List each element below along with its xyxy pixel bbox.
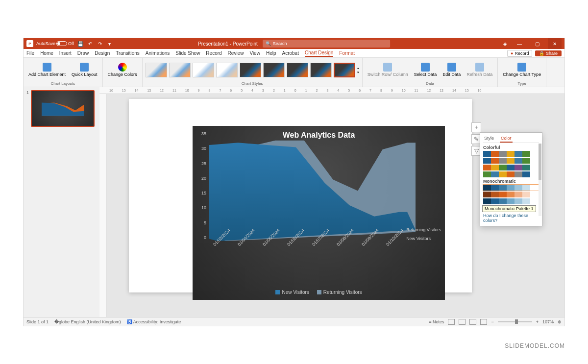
tab-format[interactable]: Format — [339, 50, 355, 56]
chart-style-8[interactable] — [310, 63, 332, 77]
colorful-palette-1[interactable] — [483, 151, 539, 157]
save-icon[interactable]: 💾 — [77, 40, 84, 47]
tab-file[interactable]: File — [26, 50, 34, 56]
style-gallery-more[interactable]: ▴▾ — [357, 66, 359, 74]
quick-layout-button[interactable]: Quick Layout — [70, 62, 99, 78]
toggle-icon — [56, 41, 67, 46]
add-chart-element-button[interactable]: Add Chart Element — [26, 62, 68, 78]
chart-style-5[interactable] — [240, 63, 261, 77]
slide-canvas[interactable]: Web Analytics Data 0 5 10 15 20 25 30 35 — [129, 99, 472, 292]
sorter-view-button[interactable] — [459, 319, 466, 325]
chart-style-1[interactable] — [146, 63, 167, 77]
change-colors-button[interactable]: Change Colors — [106, 62, 139, 78]
qat-dropdown-icon[interactable]: ▾ — [106, 40, 113, 47]
slide-counter[interactable]: Slide 1 of 1 — [26, 319, 49, 324]
group-colors: Change Colors — [103, 58, 143, 87]
zoom-slider[interactable] — [498, 321, 532, 322]
palette-icon — [118, 63, 127, 72]
close-button[interactable]: ✕ — [548, 38, 562, 49]
chart-style-4[interactable] — [216, 63, 238, 77]
chart-elements-button[interactable]: + — [471, 122, 481, 132]
chart-3d-area — [209, 129, 416, 241]
edit-data-button[interactable]: Edit Data — [441, 62, 463, 78]
language-status[interactable]: �globe English (United Kingdom) — [54, 319, 121, 324]
slideshow-view-button[interactable] — [480, 319, 487, 325]
popup-tab-color[interactable]: Color — [500, 135, 513, 143]
maximize-button[interactable]: ▢ — [530, 38, 544, 49]
popup-scrollbar[interactable] — [539, 144, 541, 216]
tab-review[interactable]: Review — [228, 50, 244, 56]
chart-plot-area[interactable]: 0 5 10 15 20 25 30 35 — [207, 153, 416, 275]
autosave-toggle[interactable]: AutoSave Off — [36, 41, 74, 46]
ribbon-tabs: File Home Insert Draw Design Transitions… — [24, 49, 564, 58]
mono-palette-2[interactable] — [483, 192, 539, 197]
chart-style-3[interactable] — [193, 63, 214, 77]
record-button[interactable]: ●Record — [507, 50, 532, 57]
tab-chart-design[interactable]: Chart Design — [305, 50, 333, 57]
group-chart-layouts: Add Chart Element Quick Layout Chart Lay… — [24, 58, 103, 87]
colorful-palette-2[interactable] — [483, 158, 539, 164]
mono-palette-3[interactable] — [483, 198, 539, 204]
account-icon[interactable]: ◈ — [502, 40, 509, 47]
chart-style-7[interactable] — [287, 63, 308, 77]
tab-slideshow[interactable]: Slide Show — [175, 50, 200, 56]
redo-icon[interactable]: ↷ — [97, 40, 103, 47]
slide-thumbnail-1[interactable]: 1 — [26, 90, 97, 127]
zoom-in-button[interactable]: + — [536, 319, 539, 324]
tab-record[interactable]: Record — [206, 50, 221, 56]
zoom-out-button[interactable]: − — [491, 319, 493, 324]
tab-help[interactable]: Help — [266, 50, 276, 56]
switch-row-col-button: Switch Row/ Column — [366, 62, 410, 78]
statusbar: Slide 1 of 1 �globe English (United King… — [24, 317, 564, 326]
chart-color-popup: Style Color Colorful Monochromatic Monoc… — [480, 132, 542, 226]
tab-acrobat[interactable]: Acrobat — [282, 50, 298, 56]
chart-style-6[interactable] — [263, 63, 285, 77]
notes-button[interactable]: ≡ Notes — [429, 319, 444, 324]
ruler-vertical — [99, 94, 106, 317]
legend-returning-visitors[interactable]: Returning Visitors — [317, 290, 362, 295]
chart-type-icon — [517, 63, 526, 72]
tab-home[interactable]: Home — [40, 50, 53, 56]
legend-new-visitors[interactable]: New Visitors — [275, 290, 309, 295]
switch-icon — [383, 63, 392, 72]
colorful-palette-3[interactable] — [483, 165, 539, 170]
colorful-palette-4[interactable] — [483, 171, 539, 177]
search-input[interactable]: 🔍 Search — [263, 40, 390, 48]
add-element-icon — [43, 63, 51, 72]
y-axis-labels: 0 5 10 15 20 25 30 35 — [198, 131, 206, 240]
popup-tab-style[interactable]: Style — [483, 135, 495, 143]
undo-icon[interactable]: ↶ — [87, 40, 94, 47]
accessibility-status[interactable]: ♿ Accessibility: Investigate — [127, 319, 181, 324]
ribbon: Add Chart Element Quick Layout Chart Lay… — [24, 58, 564, 87]
select-data-button[interactable]: Select Data — [412, 62, 439, 78]
tab-draw[interactable]: Draw — [77, 50, 89, 56]
depth-axis-labels: Returning Visitors New Visitors — [406, 227, 441, 241]
powerpoint-icon: P — [26, 40, 33, 47]
search-icon: 🔍 — [266, 41, 271, 46]
tab-insert[interactable]: Insert — [59, 50, 72, 56]
brush-icon: ✎ — [474, 136, 479, 143]
minimize-button[interactable]: — — [513, 38, 526, 49]
palette-tooltip: Monochromatic Palette 1 — [482, 205, 536, 212]
tab-transitions[interactable]: Transitions — [116, 50, 140, 56]
tab-view[interactable]: View — [249, 50, 260, 56]
fit-to-window-button[interactable]: ⊕ — [558, 319, 562, 324]
tab-animations[interactable]: Animations — [146, 50, 170, 56]
reading-view-button[interactable] — [469, 319, 476, 325]
chart-object[interactable]: Web Analytics Data 0 5 10 15 20 25 30 35 — [193, 126, 445, 300]
thumbnail-preview — [31, 90, 95, 127]
change-chart-type-button[interactable]: Change Chart Type — [501, 62, 543, 78]
chart-style-9-selected[interactable] — [334, 63, 355, 77]
normal-view-button[interactable] — [448, 319, 455, 325]
tab-design[interactable]: Design — [95, 50, 110, 56]
chart-legend[interactable]: New Visitors Returning Visitors — [193, 290, 445, 295]
canvas-area: 1615141312111098765432101234567891011121… — [99, 87, 564, 317]
change-colors-help-link[interactable]: How do I change these colors? — [483, 213, 539, 223]
plus-icon: + — [474, 124, 478, 131]
zoom-percent[interactable]: 107% — [542, 319, 554, 324]
chart-style-2[interactable] — [169, 63, 191, 77]
legend-swatch-icon — [317, 290, 321, 294]
group-type: Change Chart Type Type — [498, 58, 546, 87]
share-button[interactable]: 🔒 Share — [535, 50, 562, 56]
mono-palette-1[interactable] — [483, 185, 539, 191]
